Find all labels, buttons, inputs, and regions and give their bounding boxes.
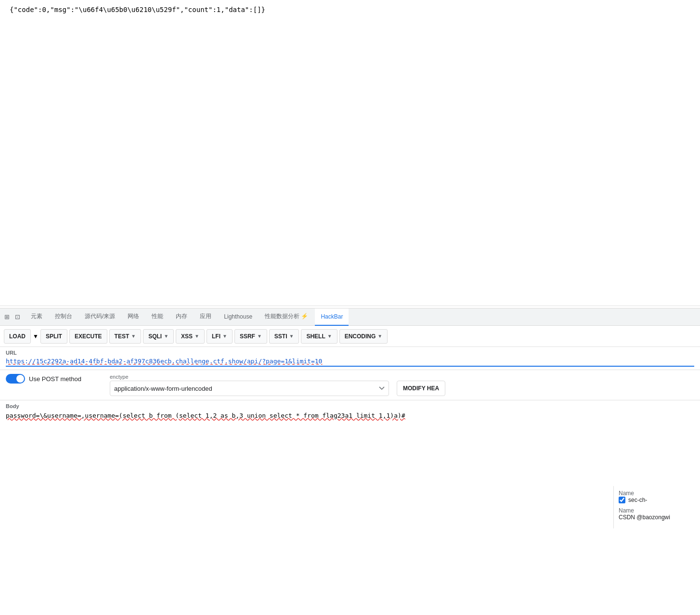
test-dropdown-arrow: ▼ <box>131 333 136 339</box>
post-method-section: Use POST method <box>6 374 102 384</box>
xss-button[interactable]: XSS ▼ <box>176 329 205 344</box>
test-button[interactable]: TEST ▼ <box>109 329 142 344</box>
ssrf-button[interactable]: SSRF ▼ <box>234 329 267 344</box>
split-button[interactable]: SPLIT <box>40 329 67 344</box>
right-name-panel: Name sec-ch- Name CSDN @baozongwi <box>613 486 700 528</box>
enctype-label: enctype <box>110 374 389 380</box>
name-label-1: Name <box>619 490 695 497</box>
sqli-dropdown-arrow: ▼ <box>164 333 169 339</box>
sqli-button[interactable]: SQLI ▼ <box>143 329 174 344</box>
post-method-label: Use POST method <box>29 375 81 383</box>
body-section: Body password=\&username=,username=(sele… <box>0 400 700 615</box>
load-button[interactable]: LOAD <box>4 329 31 344</box>
tab-console[interactable]: 控制台 <box>49 308 78 326</box>
inspect-icon[interactable]: ⊡ <box>13 312 22 322</box>
responsive-mode-icon[interactable]: ⊞ <box>2 312 12 322</box>
hackbar-toolbar: LOAD ▼ SPLIT EXECUTE TEST ▼ SQLI ▼ XSS ▼… <box>0 326 700 347</box>
name-section-2: Name CSDN @baozongwi <box>619 507 695 521</box>
url-label: URL <box>6 350 694 356</box>
name-label-2: Name <box>619 507 695 514</box>
sec-ch-checkbox[interactable] <box>619 497 625 503</box>
checkbox-row-1: sec-ch- <box>619 497 695 503</box>
xss-dropdown-arrow: ▼ <box>194 333 199 339</box>
enctype-select[interactable]: application/x-www-form-urlencoded multip… <box>110 381 389 396</box>
tab-memory[interactable]: 内存 <box>170 308 193 326</box>
post-method-toggle[interactable] <box>6 374 25 384</box>
lfi-button[interactable]: LFI ▼ <box>207 329 233 344</box>
tab-sources[interactable]: 源代码/来源 <box>79 308 121 326</box>
body-label: Body <box>6 403 694 409</box>
hackbar-content: URL Use POST method enctype application/… <box>0 347 700 615</box>
tab-network[interactable]: 网络 <box>122 308 145 326</box>
tab-hackbar[interactable]: HackBar <box>315 308 349 326</box>
body-content[interactable]: password=\&username=,username=(select b … <box>6 411 694 421</box>
modify-headers-button[interactable]: MODIFY HEA <box>397 381 445 396</box>
encoding-button[interactable]: ENCODING ▼ <box>339 329 388 344</box>
shell-dropdown-arrow: ▼ <box>327 333 332 339</box>
ssti-button[interactable]: SSTI ▼ <box>269 329 299 344</box>
url-section: URL <box>0 347 700 370</box>
tab-application[interactable]: 应用 <box>194 308 217 326</box>
ssrf-dropdown-arrow: ▼ <box>257 333 262 339</box>
ssti-dropdown-arrow: ▼ <box>289 333 294 339</box>
devtools-tabs-bar: ⊞ ⊡ 元素 控制台 源代码/来源 网络 性能 内存 应用 Lighthouse… <box>0 308 700 326</box>
csdn-value: CSDN @baozongwi <box>619 514 695 521</box>
controls-row: Use POST method enctype application/x-ww… <box>0 370 700 400</box>
load-dropdown-icon[interactable]: ▼ <box>33 333 39 340</box>
enctype-section: enctype application/x-www-form-urlencode… <box>110 374 389 396</box>
sec-ch-value: sec-ch- <box>628 497 647 503</box>
lfi-dropdown-arrow: ▼ <box>222 333 227 339</box>
page-content: {"code":0,"msg":"\u66f4\u65b0\u6210\u529… <box>0 0 700 306</box>
shell-button[interactable]: SHELL ▼ <box>301 329 337 344</box>
tab-performance[interactable]: 性能 <box>146 308 169 326</box>
tab-perf-analysis[interactable]: 性能数据分析 ⚡ <box>259 308 314 326</box>
execute-button[interactable]: EXECUTE <box>69 329 107 344</box>
encoding-dropdown-arrow: ▼ <box>377 333 382 339</box>
tab-elements[interactable]: 元素 <box>25 308 48 326</box>
name-section-1: Name sec-ch- <box>619 490 695 503</box>
url-input[interactable] <box>6 358 694 367</box>
tab-lighthouse[interactable]: Lighthouse <box>218 308 258 326</box>
json-response: {"code":0,"msg":"\u66f4\u65b0\u6210\u529… <box>10 6 690 13</box>
devtools-panel: ⊞ ⊡ 元素 控制台 源代码/来源 网络 性能 内存 应用 Lighthouse… <box>0 308 700 615</box>
